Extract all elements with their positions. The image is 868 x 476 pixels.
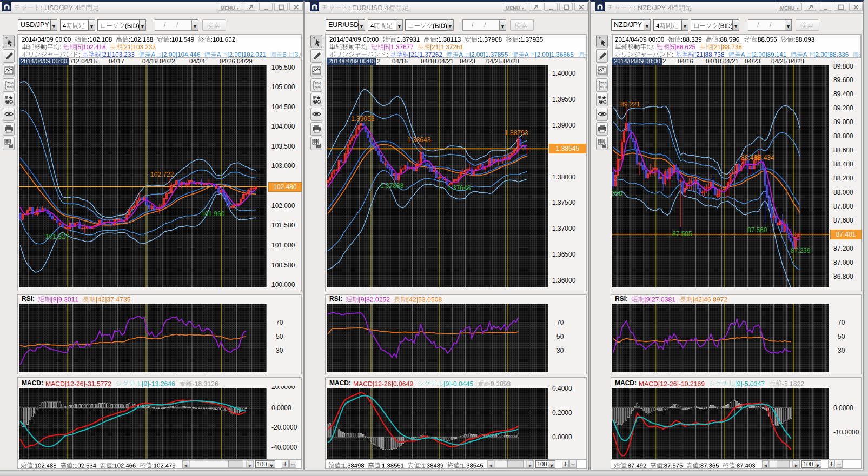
svg-text:70.0: 70.0 — [315, 82, 321, 85]
svg-text:1.37888: 1.37888 — [380, 182, 404, 190]
svg-text:89.221: 89.221 — [620, 100, 640, 108]
svg-text:1.38643: 1.38643 — [407, 136, 431, 144]
svg-text:60.0: 60.0 — [600, 85, 607, 89]
svg-text:1.39053: 1.39053 — [351, 115, 375, 123]
svg-text:70.0: 70.0 — [600, 82, 607, 85]
svg-text:88.434: 88.434 — [754, 154, 774, 162]
svg-text:87.505: 87.505 — [672, 230, 692, 238]
svg-text:60.0: 60.0 — [7, 85, 14, 89]
svg-text:88.058: 88.058 — [612, 190, 622, 197]
svg-text:87.560: 87.560 — [747, 226, 767, 234]
svg-text:102.722: 102.722 — [150, 171, 174, 178]
svg-text:101.327: 101.327 — [45, 233, 69, 240]
svg-text:60.0: 60.0 — [315, 85, 321, 89]
svg-text:70.0: 70.0 — [7, 82, 14, 85]
svg-text:101.960: 101.960 — [201, 210, 225, 218]
svg-text:1.37648: 1.37648 — [447, 184, 471, 192]
svg-text:87.239: 87.239 — [791, 247, 811, 254]
svg-text:1.38793: 1.38793 — [505, 129, 528, 137]
